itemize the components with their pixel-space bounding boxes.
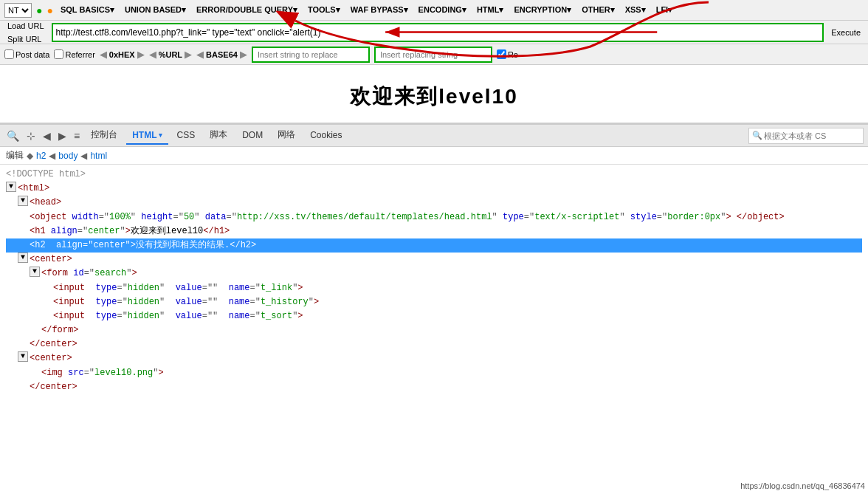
url-input-wrapper bbox=[52, 23, 824, 42]
post-data-label: Post data bbox=[16, 50, 49, 59]
code-line-center2-close: </center> bbox=[6, 380, 862, 394]
tab-script[interactable]: 脚本 bbox=[204, 126, 233, 145]
base64-encode-group: ◀ BASE64 ▶ bbox=[196, 49, 247, 60]
hex-encode-arrow[interactable]: ▶ bbox=[137, 49, 145, 60]
menu-union-based[interactable]: UNION BASED▾ bbox=[122, 4, 189, 16]
split-url-button[interactable]: Split URL bbox=[3, 33, 49, 45]
url-decode-arrow[interactable]: ◀ bbox=[149, 49, 156, 60]
hex-label: 0xHEX bbox=[108, 50, 137, 59]
encode-row: Post data Referrer ◀ 0xHEX ▶ ◀ %URL ▶ ◀ … bbox=[0, 44, 868, 65]
code-line-h2[interactable]: <h2 align="center">没有找到和相关的结果.</h2> bbox=[6, 238, 862, 253]
back-icon[interactable]: ◀ bbox=[41, 128, 53, 143]
base64-encode-arrow[interactable]: ▶ bbox=[240, 49, 247, 60]
breadcrumb-h2[interactable]: h2 bbox=[36, 151, 46, 161]
breadcrumb-sep-1: ◆ bbox=[27, 151, 33, 161]
search-icon: 🔍 bbox=[752, 131, 762, 140]
code-line-center2: ▼ <center> bbox=[6, 351, 862, 365]
post-data-checkbox-label[interactable]: Post data bbox=[4, 49, 49, 59]
welcome-section: 欢迎来到level10 bbox=[0, 65, 868, 124]
tab-css[interactable]: CSS bbox=[171, 127, 202, 145]
base64-decode-arrow[interactable]: ◀ bbox=[196, 49, 204, 60]
tab-console[interactable]: 控制台 bbox=[85, 126, 123, 145]
code-line-h1: <h1 align="center" >欢迎来到level10</h1> bbox=[6, 224, 862, 238]
forward-icon[interactable]: ▶ bbox=[56, 128, 69, 143]
code-line-form: ▼ <form id="search" > bbox=[6, 267, 862, 281]
footer-url: https://blog.csdn.net/qq_46836474 bbox=[737, 481, 868, 491]
code-area[interactable]: <!DOCTYPE html> ▼ <html> ▼ <head> <objec… bbox=[0, 165, 868, 491]
breadcrumb-bar: 编辑 ◆ h2 ◀ body ◀ html bbox=[0, 147, 868, 165]
code-line-doctype: <!DOCTYPE html> bbox=[6, 168, 862, 182]
code-line-head: ▼ <head> bbox=[6, 196, 862, 210]
breadcrumb-arrow-1: ◀ bbox=[49, 151, 55, 161]
breadcrumb-arrow-2: ◀ bbox=[80, 151, 87, 161]
hex-encode-group: ◀ 0xHEX ▶ bbox=[100, 49, 145, 60]
execute-button[interactable]: Execute bbox=[827, 27, 865, 38]
url-label: %URL bbox=[157, 50, 184, 59]
url-row: Load URL Split URL Execute bbox=[0, 21, 868, 44]
breadcrumb-html[interactable]: html bbox=[90, 151, 107, 161]
devtools-search: 🔍 bbox=[748, 128, 864, 144]
tab-cookies[interactable]: Cookies bbox=[304, 127, 348, 145]
code-line-html: ▼ <html> bbox=[6, 182, 862, 196]
menu-tools[interactable]: TOOLS▾ bbox=[305, 4, 343, 16]
code-line-img: <img src="level10.png" > bbox=[6, 366, 862, 380]
referrer-label: Referrer bbox=[65, 50, 94, 59]
code-line-body: <object width="100%" height="50" data="h… bbox=[6, 210, 862, 224]
menu-icon[interactable]: ≡ bbox=[72, 128, 82, 143]
code-line-form-close: </form> bbox=[6, 323, 862, 337]
menu-xss[interactable]: XSS▾ bbox=[622, 4, 649, 16]
welcome-heading: 欢迎来到level10 bbox=[350, 83, 517, 111]
re-label: Re bbox=[508, 50, 518, 59]
html-dropdown-icon[interactable]: ▾ bbox=[159, 131, 162, 139]
url-encode-group: ◀ %URL ▶ bbox=[149, 49, 192, 60]
status-dot-orange: ● bbox=[46, 4, 52, 16]
tab-html-label: HTML bbox=[132, 130, 156, 140]
base64-label: BASE64 bbox=[204, 50, 239, 59]
menu-sql-basics[interactable]: SQL BASICS▾ bbox=[58, 4, 117, 16]
expand-center2[interactable]: ▼ bbox=[18, 351, 28, 362]
code-line-input-tsort: <input type="hidden" value="" name="t_so… bbox=[6, 309, 862, 323]
expand-html[interactable]: ▼ bbox=[6, 182, 16, 192]
devtools-toolbar: 🔍 ⊹ ◀ ▶ ≡ 控制台 HTML ▾ CSS 脚本 DOM 网络 Cooki… bbox=[0, 125, 868, 147]
mode-dropdown[interactable]: NT bbox=[4, 3, 32, 18]
menu-toolbar: NT ● ● SQL BASICS▾ UNION BASED▾ ERROR/DO… bbox=[0, 0, 868, 21]
select-icon[interactable]: ⊹ bbox=[24, 128, 38, 143]
expand-center1[interactable]: ▼ bbox=[18, 253, 28, 263]
devtools-panel: 🔍 ⊹ ◀ ▶ ≡ 控制台 HTML ▾ CSS 脚本 DOM 网络 Cooki… bbox=[0, 124, 868, 491]
post-data-checkbox[interactable] bbox=[4, 49, 14, 59]
re-checkbox-label[interactable]: Re bbox=[497, 49, 518, 59]
tab-dom[interactable]: DOM bbox=[236, 127, 269, 145]
tab-html[interactable]: HTML ▾ bbox=[126, 127, 168, 145]
devtools-search-input[interactable] bbox=[764, 131, 860, 140]
menu-encryption[interactable]: ENCRYPTION▾ bbox=[511, 4, 574, 16]
expand-head[interactable]: ▼ bbox=[18, 196, 28, 206]
referrer-checkbox[interactable] bbox=[54, 49, 63, 59]
url-input[interactable] bbox=[56, 27, 820, 38]
breadcrumb-body[interactable]: body bbox=[58, 151, 78, 161]
insert-replace-input[interactable] bbox=[252, 47, 370, 63]
referrer-checkbox-label[interactable]: Referrer bbox=[54, 49, 94, 59]
menu-error-double[interactable]: ERROR/DOUBLE QUERY▾ bbox=[193, 4, 300, 16]
menu-html[interactable]: HTML▾ bbox=[474, 4, 507, 16]
menu-encoding[interactable]: ENCODING▾ bbox=[416, 4, 469, 16]
expand-form[interactable]: ▼ bbox=[30, 267, 40, 277]
hex-decode-arrow[interactable]: ◀ bbox=[100, 49, 107, 60]
menu-other[interactable]: OTHER▾ bbox=[579, 4, 618, 16]
code-line-center1-close: </center> bbox=[6, 337, 862, 351]
tab-network[interactable]: 网络 bbox=[272, 126, 301, 145]
welcome-text: 欢迎来到level10 bbox=[0, 65, 868, 124]
insert-replacing-input[interactable] bbox=[374, 47, 492, 63]
re-checkbox[interactable] bbox=[497, 49, 506, 59]
menu-waf-bypass[interactable]: WAF BYPASS▾ bbox=[348, 4, 411, 16]
code-line-input-tlink: <input type="hidden" value="" name="t_li… bbox=[6, 281, 862, 295]
breadcrumb-edit: 编辑 bbox=[6, 149, 24, 162]
code-line-center1: ▼ <center> bbox=[6, 253, 862, 267]
url-encode-arrow[interactable]: ▶ bbox=[185, 49, 192, 60]
inspect-icon[interactable]: 🔍 bbox=[4, 128, 21, 143]
load-url-button[interactable]: Load URL bbox=[3, 20, 49, 32]
code-line-input-thistory: <input type="hidden" value="" name="t_hi… bbox=[6, 295, 862, 309]
menu-lfi[interactable]: LFI▾ bbox=[653, 4, 676, 16]
status-dot-green: ● bbox=[36, 4, 42, 16]
